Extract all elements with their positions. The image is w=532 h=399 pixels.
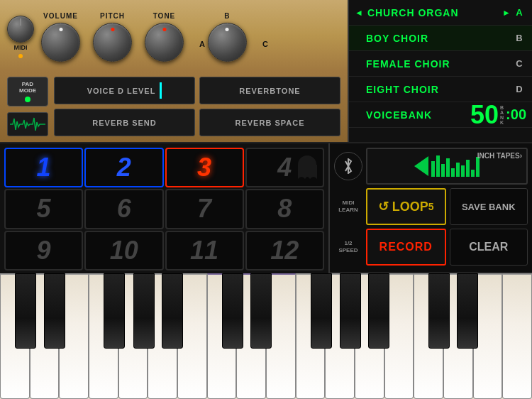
b-knob[interactable] <box>208 23 247 62</box>
pad-number-8: 8 <box>277 194 292 224</box>
voice-item-eight-choir[interactable]: EIGHT CHOIR D <box>349 77 532 102</box>
pad-mode-section: PAD MODE <box>7 77 48 136</box>
b-knob-group: B <box>208 12 247 62</box>
pitch-dot <box>111 28 114 31</box>
pitch-label: PITCH <box>100 12 125 20</box>
clear-button[interactable]: CLEAR <box>450 229 528 266</box>
pads-grid: 1 2 3 4 5 6 7 8 9 10 11 12 <box>0 143 330 275</box>
pad-number-4: 4 <box>277 153 292 182</box>
loop-text: ↺ LOOP <box>378 199 428 214</box>
black-key-as2[interactable] <box>368 273 389 349</box>
black-key-gs1[interactable] <box>133 273 155 349</box>
voice-item-female-choir[interactable]: FEMALE CHOIR C <box>349 51 532 77</box>
pad-5[interactable]: 5 <box>4 189 83 229</box>
voice-panel: ◄ CHURCH ORGAN ► A BOY CHOIR B FEMALE CH… <box>348 0 532 142</box>
record-text: RECORD <box>379 241 433 253</box>
pad-mode-button[interactable]: PAD MODE <box>7 77 48 106</box>
black-key-as1[interactable] <box>162 273 183 349</box>
black-key-gs2[interactable] <box>340 273 361 349</box>
pitch-knob-group: PITCH <box>93 12 132 62</box>
midi-dot <box>18 54 23 58</box>
loop-button[interactable]: ↺ LOOP5 <box>366 188 446 225</box>
reverb-tone-btn[interactable]: REVERBТONE <box>199 77 340 104</box>
tone-knob[interactable] <box>145 23 184 62</box>
save-bank-button[interactable]: SAVE BANK <box>450 188 528 225</box>
voice-letter-1: B <box>512 33 526 43</box>
piano-keyboard <box>0 273 532 399</box>
pad-number-3: 3 <box>197 153 211 182</box>
voice-name-0: CHURCH ORGAN <box>367 7 512 18</box>
pad-4[interactable]: 4 <box>245 148 324 187</box>
pad-number-5: 5 <box>37 194 51 224</box>
voice-d-level-btn[interactable]: VOICE D LEVEL <box>54 77 195 104</box>
voice-d-level-label: VOICE D LEVEL <box>87 87 156 95</box>
pad-8[interactable]: 8 <box>245 189 324 229</box>
black-key-cs2[interactable] <box>222 273 243 349</box>
top-panel: MIDI VOLUME PITCH TONE <box>0 0 532 142</box>
pad-number-12: 12 <box>270 236 299 266</box>
black-key-cs1[interactable] <box>15 273 36 349</box>
pad-mode-dot <box>25 97 31 102</box>
waveform-icon[interactable] <box>7 112 48 136</box>
midi-knob[interactable] <box>7 16 34 43</box>
reverb-send-btn[interactable]: REVERB SEND <box>54 109 195 136</box>
controls-grid: VOICE D LEVEL REVERBТONE REVERB SEND REV… <box>54 77 340 136</box>
controls-left: MIDI VOLUME PITCH TONE <box>0 0 348 142</box>
bluetooth-icon[interactable] <box>334 152 362 180</box>
svg-rect-1 <box>298 165 317 179</box>
clear-text: CLEAR <box>469 241 508 253</box>
voice-name-3: EIGHT CHOIR <box>355 84 512 95</box>
voicebank-row[interactable]: VOICEBANK 50 B A N K :00 <box>349 102 532 128</box>
save-bank-text: SAVE BANK <box>462 202 516 212</box>
voice-letter-0: A <box>512 7 526 18</box>
white-key-f3[interactable] <box>502 273 532 399</box>
voice-item-boy-choir[interactable]: BOY CHOIR B <box>349 26 532 51</box>
pad-11[interactable]: 11 <box>165 231 244 270</box>
tone-label: TONE <box>153 12 176 20</box>
black-key-ds1[interactable] <box>44 273 65 349</box>
black-key-ds3[interactable] <box>457 273 478 349</box>
volume-dot <box>59 28 62 31</box>
midi-knob-group: MIDI <box>7 16 34 58</box>
tape-play-icon <box>414 156 428 176</box>
black-key-fs2[interactable] <box>311 273 332 349</box>
loop-number: 5 <box>428 201 434 212</box>
pad-2[interactable]: 2 <box>84 148 163 187</box>
b-dot <box>226 28 229 31</box>
pad-9[interactable]: 9 <box>4 231 83 270</box>
pad-number-10: 10 <box>110 236 138 266</box>
pad-ghost-icon <box>295 153 320 185</box>
pitch-knob[interactable] <box>93 23 132 62</box>
voice-d-level-bar <box>160 82 162 98</box>
reverb-send-label: REVERB SEND <box>92 119 156 127</box>
voice-item-church-organ[interactable]: ◄ CHURCH ORGAN ► A <box>349 0 532 26</box>
reverb-space-btn[interactable]: REVERB SPACE <box>199 109 340 136</box>
voice-arrow-left-0: ◄ <box>355 8 363 18</box>
keyboard-section <box>0 273 532 399</box>
pad-mode-text: PAD MODE <box>19 81 36 94</box>
pad-number-1: 1 <box>37 153 51 182</box>
pad-1[interactable]: 1 <box>4 148 83 187</box>
record-button[interactable]: RECORD <box>366 229 446 266</box>
pad-10[interactable]: 10 <box>84 231 163 270</box>
transport-panel: INCH TAPES› MIDI LEARN ↺ LOOP5 SAVE BANK… <box>330 143 532 275</box>
midi-learn-label: MIDI LEARN <box>334 200 362 213</box>
tape-label: INCH TAPES› <box>477 152 522 160</box>
knobs-row: MIDI VOLUME PITCH TONE <box>0 0 348 71</box>
reverb-space-label: REVERB SPACE <box>235 119 305 127</box>
b-label: B <box>224 12 230 20</box>
black-key-cs3[interactable] <box>428 273 450 349</box>
pad-6[interactable]: 6 <box>84 189 163 229</box>
bank-label: B A N K <box>500 105 504 125</box>
midi-label: MIDI <box>14 44 28 51</box>
volume-knob[interactable] <box>41 23 80 62</box>
black-key-fs1[interactable] <box>104 273 125 349</box>
transport-row-1: INCH TAPES› <box>334 148 528 185</box>
tape-bars <box>431 155 480 177</box>
tape-button[interactable]: INCH TAPES› <box>366 148 528 185</box>
pad-7[interactable]: 7 <box>165 189 244 229</box>
pad-3[interactable]: 3 <box>165 148 244 187</box>
pad-12[interactable]: 12 <box>245 231 324 270</box>
black-key-ds2[interactable] <box>250 273 272 349</box>
voicebank-text: VOICEBANK <box>355 109 470 121</box>
